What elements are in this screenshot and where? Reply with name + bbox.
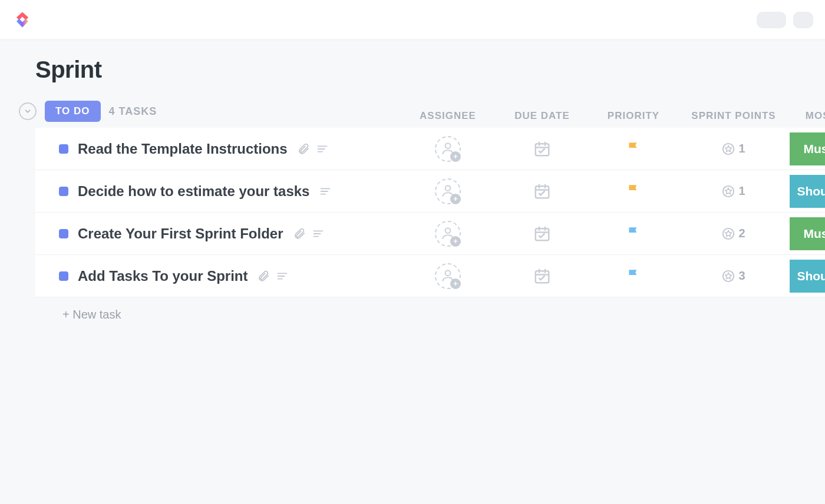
task-count: 4 TASKS (109, 105, 157, 118)
main-content: Sprint TO DO 4 TASKS ASSIGNEE DUE DATE P… (0, 40, 825, 321)
moscow-cell[interactable]: Should Have (790, 175, 825, 208)
priority-flag (626, 183, 641, 200)
due-date-cell[interactable] (495, 267, 589, 285)
svg-point-9 (446, 270, 451, 276)
star-points-icon (722, 270, 735, 283)
moscow-chip: Must Have (790, 217, 825, 250)
group-header: TO DO 4 TASKS ASSIGNEE DUE DATE PRIORITY… (35, 101, 825, 122)
app-logo[interactable] (12, 9, 33, 31)
attachment-icon (257, 270, 270, 283)
moscow-cell[interactable]: Must Have (790, 132, 825, 165)
task-title[interactable]: Decide how to estimate your tasks (78, 183, 309, 200)
sprint-points-cell[interactable]: 3 (678, 269, 790, 283)
description-indicator[interactable] (276, 270, 289, 283)
priority-cell[interactable] (589, 183, 678, 200)
status-dot[interactable] (59, 271, 68, 281)
description-icon (316, 142, 329, 155)
column-header-due[interactable]: DUE DATE (495, 110, 589, 122)
sprint-points-cell[interactable]: 1 (678, 184, 790, 198)
due-date-cell[interactable] (495, 183, 589, 200)
status-dot[interactable] (59, 229, 68, 238)
moscow-chip: Should Have (790, 175, 825, 208)
chevron-down-icon (24, 107, 32, 115)
flag-icon (626, 140, 641, 155)
description-indicator[interactable] (316, 142, 329, 155)
svg-point-0 (446, 143, 451, 148)
moscow-chip: Must Have (790, 132, 825, 165)
task-title[interactable]: Read the Template Instructions (78, 141, 288, 157)
task-row[interactable]: Decide how to estimate your tasks + 1 (35, 170, 825, 213)
task-title[interactable]: Create Your First Sprint Folder (78, 226, 283, 242)
priority-cell[interactable] (589, 225, 678, 243)
svg-rect-1 (536, 144, 549, 155)
priority-flag (626, 225, 641, 243)
priority-cell[interactable] (589, 140, 678, 158)
description-indicator[interactable] (312, 227, 325, 240)
description-icon (276, 270, 289, 283)
points-value: 1 (738, 184, 745, 198)
sprint-points-cell[interactable]: 1 (678, 142, 790, 155)
task-title[interactable]: Add Tasks To your Sprint (78, 268, 248, 284)
description-icon (319, 185, 332, 198)
moscow-chip: Should Have (790, 260, 825, 293)
column-header-moscow[interactable]: MOSCOW (790, 110, 825, 122)
attachment-icon (297, 142, 310, 155)
add-assignee[interactable]: + (435, 178, 461, 204)
column-header-points[interactable]: SPRINT POINTS (678, 110, 790, 122)
flag-icon (626, 225, 641, 240)
topbar-actions (757, 12, 813, 28)
assignee-cell[interactable]: + (401, 263, 495, 289)
star-points-icon (722, 227, 735, 240)
new-task-button[interactable]: + New task (35, 297, 825, 321)
calendar-icon (533, 267, 551, 285)
svg-rect-10 (536, 271, 549, 283)
star-points-icon (722, 185, 735, 198)
task-row[interactable]: Create Your First Sprint Folder + 2 Mu (35, 213, 825, 255)
priority-cell[interactable] (589, 267, 678, 285)
add-assignee[interactable]: + (435, 136, 461, 162)
collapse-toggle[interactable] (19, 102, 37, 120)
task-row[interactable]: Add Tasks To your Sprint + 3 Should Ha (35, 255, 825, 297)
points-value: 1 (738, 142, 745, 155)
topbar-button-b[interactable] (793, 12, 813, 28)
add-assignee[interactable]: + (435, 263, 461, 289)
status-dot[interactable] (59, 144, 68, 154)
task-row[interactable]: Read the Template Instructions + 1 Mus (35, 128, 825, 170)
topbar-button-a[interactable] (757, 12, 786, 28)
moscow-cell[interactable]: Should Have (790, 260, 825, 293)
calendar-icon (533, 183, 551, 200)
sprint-points-cell[interactable]: 2 (678, 227, 790, 240)
points-value: 2 (738, 227, 745, 240)
assignee-cell[interactable]: + (401, 136, 495, 162)
add-assignee[interactable]: + (435, 221, 461, 247)
svg-rect-7 (536, 228, 549, 240)
plus-icon: + (450, 236, 461, 247)
attachment-indicator[interactable] (293, 227, 306, 240)
description-icon (312, 227, 325, 240)
due-date-cell[interactable] (495, 140, 589, 158)
plus-icon: + (450, 151, 461, 162)
column-header-assignee[interactable]: ASSIGNEE (401, 110, 495, 122)
due-date-cell[interactable] (495, 225, 589, 243)
calendar-icon (533, 225, 551, 243)
status-chip[interactable]: TO DO (45, 101, 101, 122)
svg-point-6 (446, 228, 451, 233)
priority-flag (626, 267, 641, 285)
svg-point-3 (446, 185, 451, 191)
page-title: Sprint (35, 57, 825, 83)
status-dot[interactable] (59, 187, 68, 196)
description-indicator[interactable] (319, 185, 332, 198)
attachment-indicator[interactable] (257, 270, 270, 283)
points-value: 3 (738, 269, 745, 283)
column-header-priority[interactable]: PRIORITY (589, 110, 678, 122)
svg-rect-4 (536, 186, 549, 198)
attachment-indicator[interactable] (297, 142, 310, 155)
attachment-icon (293, 227, 306, 240)
star-points-icon (722, 142, 735, 155)
plus-icon: + (450, 194, 461, 204)
assignee-cell[interactable]: + (401, 221, 495, 247)
calendar-icon (533, 140, 551, 158)
priority-flag (626, 140, 641, 158)
moscow-cell[interactable]: Must Have (790, 217, 825, 250)
assignee-cell[interactable]: + (401, 178, 495, 204)
